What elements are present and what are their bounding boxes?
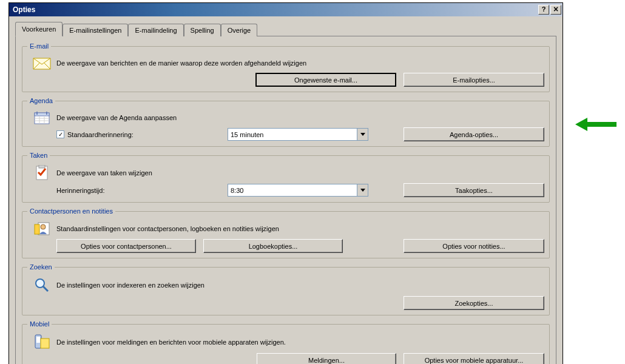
contact-options-button[interactable]: Opties voor contactpersonen... — [56, 239, 196, 253]
task-reminder-combo[interactable] — [228, 184, 368, 197]
window-title: Opties — [13, 5, 35, 14]
dropdown-button[interactable] — [357, 129, 368, 140]
svg-rect-19 — [36, 337, 40, 343]
email-desc: De weergave van berichten en de manier w… — [56, 59, 544, 67]
group-legend: Agenda — [27, 97, 55, 104]
svg-marker-9 — [360, 133, 365, 136]
checkbox-box: ✓ — [56, 130, 64, 138]
svg-rect-15 — [35, 224, 39, 234]
tab-spelling[interactable]: Spelling — [184, 24, 221, 36]
tab-overige[interactable]: Overige — [221, 24, 258, 36]
chevron-down-icon — [360, 189, 365, 192]
group-contacts: Contactpersonen en notities Standaardins… — [22, 207, 550, 258]
svg-rect-11 — [39, 165, 45, 168]
agenda-desc: De weergave van de Agenda aanpassen — [56, 114, 544, 121]
group-mobile: Mobiel De instellingen voor meldingen en… — [22, 320, 550, 364]
search-desc: De instellingen voor indexeren en zoeken… — [56, 281, 544, 289]
svg-point-14 — [41, 224, 46, 229]
agenda-options-button[interactable]: Agenda-opties... — [404, 127, 544, 141]
tab-emailindeling[interactable]: E-mailindeling — [128, 24, 183, 36]
tab-emailinstellingen[interactable]: E-mailinstellingen — [62, 24, 128, 36]
junk-email-button[interactable]: Ongewenste e-mail... — [255, 73, 396, 87]
mobile-desc: De instellingen voor meldingen en berich… — [56, 339, 544, 346]
group-legend: Taken — [27, 152, 50, 159]
annotation-arrow-icon — [574, 115, 618, 133]
tab-label: Spelling — [191, 27, 214, 34]
svg-marker-22 — [575, 118, 587, 131]
group-legend: Contactpersonen en notities — [27, 207, 115, 215]
group-tasks: Taken De weergave van taken wijzigen — [22, 152, 550, 203]
email-options-button[interactable]: E-mailopties... — [404, 73, 544, 87]
titlebar[interactable]: Opties ? × — [9, 3, 562, 16]
svg-line-17 — [43, 286, 48, 291]
group-search: Zoeken De instellingen voor indexeren en… — [22, 263, 550, 315]
tasks-desc: De weergave van taken wijzigen — [56, 169, 544, 177]
help-button[interactable]: ? — [538, 5, 549, 15]
notes-options-button[interactable]: Opties voor notities... — [404, 239, 544, 253]
task-options-button[interactable]: Taakopties... — [404, 183, 544, 197]
tab-panel: E-mail De weergave van berichten en de m… — [15, 36, 556, 364]
close-button[interactable]: × — [550, 5, 561, 15]
reminder-time-input[interactable] — [228, 129, 357, 140]
search-options-button[interactable]: Zoekopties... — [404, 296, 544, 310]
tasks-icon — [34, 165, 50, 181]
mobile-options-button[interactable]: Opties voor mobiele apparatuur... — [404, 353, 544, 364]
magnifier-icon — [33, 277, 50, 294]
group-email: E-mail De weergave van berichten en de m… — [22, 42, 550, 92]
contact-icon — [33, 221, 50, 237]
group-legend: E-mail — [27, 42, 51, 50]
reminder-time-label: Herinneringstijd: — [56, 187, 220, 194]
chevron-down-icon — [360, 133, 365, 136]
task-reminder-input[interactable] — [228, 184, 357, 196]
tab-voorkeuren[interactable]: Voorkeuren — [15, 22, 62, 36]
default-reminder-checkbox[interactable]: ✓ Standaardherinnering: — [56, 130, 133, 138]
mobile-icon — [33, 334, 50, 351]
group-legend: Mobiel — [27, 320, 52, 328]
svg-marker-12 — [360, 189, 365, 192]
tab-strip: Voorkeuren E-mailinstellingen E-mailinde… — [15, 22, 556, 36]
contacts-desc: Standaardinstellingen voor contactperson… — [56, 225, 544, 232]
tab-label: Voorkeuren — [22, 25, 56, 33]
reminder-time-combo[interactable] — [228, 128, 368, 141]
tab-label: E-mailinstellingen — [69, 27, 121, 34]
group-legend: Zoeken — [27, 263, 55, 271]
options-dialog: Opties ? × Voorkeuren E-mailinstellingen… — [8, 2, 563, 364]
svg-point-16 — [36, 279, 44, 288]
mail-icon — [32, 56, 52, 70]
checkbox-label: Standaardherinnering: — [67, 131, 133, 138]
calendar-icon — [33, 110, 50, 125]
notifications-button[interactable]: Meldingen... — [257, 353, 396, 364]
svg-rect-20 — [41, 339, 49, 348]
dropdown-button[interactable] — [357, 184, 368, 196]
tab-label: E-mailindeling — [135, 27, 177, 34]
journal-options-button[interactable]: Logboekopties... — [203, 239, 343, 253]
group-agenda: Agenda — [22, 97, 550, 147]
tab-label: Overige — [228, 27, 251, 34]
